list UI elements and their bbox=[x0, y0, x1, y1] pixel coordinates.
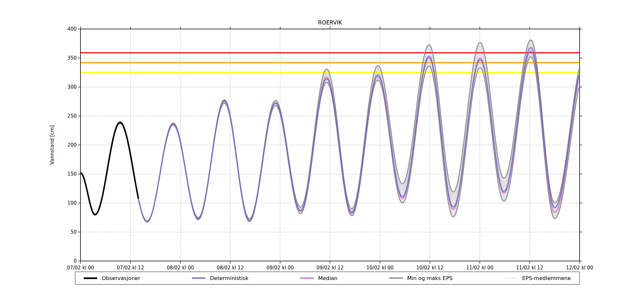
legend-line-swatch bbox=[504, 278, 518, 278]
legend-line-swatch bbox=[300, 277, 314, 279]
legend-label: EPS-medlemmene bbox=[522, 275, 571, 281]
legend-line-swatch bbox=[192, 277, 205, 279]
legend: ObservasjonerDeterministiskMedianMin og … bbox=[75, 272, 580, 285]
x-tick-label: 10/02 kl 00 bbox=[366, 265, 394, 271]
figure: ROERVIK Vannstand [cm] 05010015020025030… bbox=[0, 0, 644, 290]
legend-line-swatch bbox=[389, 277, 403, 279]
y-tick-label: 200 bbox=[67, 142, 77, 148]
x-tick-label: 08/02 kl 00 bbox=[167, 265, 194, 271]
y-tick-label: 350 bbox=[67, 55, 77, 61]
legend-label: Observasjoner bbox=[102, 275, 140, 281]
x-tick-label: 11/02 kl 00 bbox=[466, 265, 494, 271]
legend-item: Observasjoner bbox=[84, 275, 140, 281]
legend-item: Median bbox=[300, 275, 337, 281]
x-tick-label: 07/02 kl 12 bbox=[117, 265, 144, 271]
legend-line-swatch bbox=[84, 277, 97, 279]
x-tick-label: 12/02 kl 00 bbox=[566, 265, 593, 271]
y-tick-label: 400 bbox=[67, 26, 77, 32]
legend-label: Min og maks EPS bbox=[407, 275, 453, 281]
legend-item: EPS-medlemmene bbox=[504, 275, 571, 281]
y-tick-label: 250 bbox=[67, 113, 77, 119]
plot-area: 05010015020025030035040007/02 kl 0007/02… bbox=[0, 0, 644, 290]
y-tick-label: 0 bbox=[73, 258, 77, 264]
legend-item: Min og maks EPS bbox=[389, 275, 453, 281]
x-tick-label: 07/02 kl 00 bbox=[67, 265, 94, 271]
y-tick-label: 150 bbox=[67, 171, 77, 177]
x-tick-label: 09/02 kl 00 bbox=[267, 265, 294, 271]
y-tick-label: 100 bbox=[67, 200, 77, 206]
observed-line bbox=[80, 122, 138, 215]
y-tick-label: 50 bbox=[71, 229, 77, 235]
x-tick-label: 11/02 kl 12 bbox=[516, 265, 544, 271]
x-tick-label: 10/02 kl 12 bbox=[416, 265, 444, 271]
legend-label: Deterministisk bbox=[210, 275, 248, 281]
x-tick-label: 08/02 kl 12 bbox=[217, 265, 244, 271]
y-tick-label: 300 bbox=[67, 84, 77, 90]
legend-label: Median bbox=[318, 275, 337, 281]
x-tick-label: 09/02 kl 12 bbox=[317, 265, 344, 271]
legend-item: Deterministisk bbox=[192, 275, 248, 281]
